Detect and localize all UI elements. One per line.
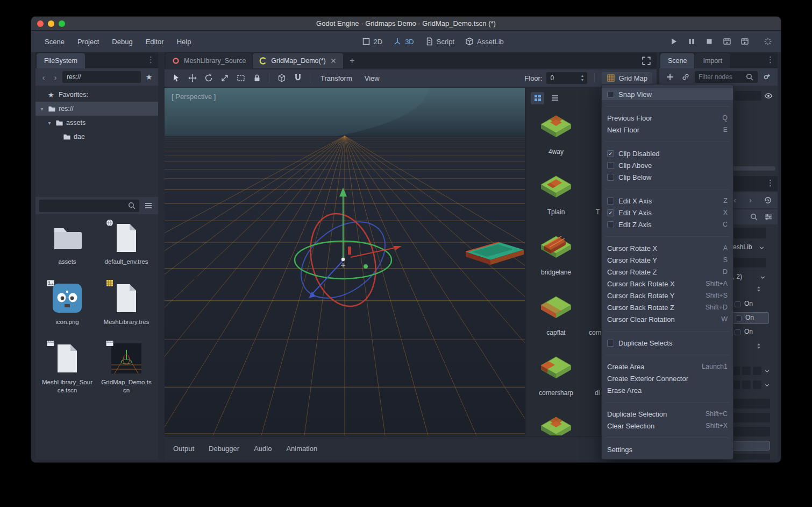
gridmap-menu-snap-view[interactable]: Snap View bbox=[602, 88, 733, 100]
distraction-free-icon[interactable] bbox=[642, 56, 651, 66]
filter-nodes-input[interactable]: Filter nodes bbox=[695, 71, 758, 83]
gridmap-menu-clip-disabled[interactable]: ✓Clip Disabled bbox=[602, 147, 733, 159]
gridmap-menu-next-floor[interactable]: Next FloorE bbox=[602, 124, 733, 136]
file-meshlibrary-source-tscn[interactable]: MeshLibrary_Source.tscn bbox=[38, 341, 97, 395]
gridmap-menu-create-area[interactable]: Create AreaLaunch1 bbox=[602, 361, 733, 372]
perspective-label[interactable]: [ Perspective ] bbox=[172, 93, 216, 101]
spinner-updown-icon[interactable] bbox=[755, 342, 763, 350]
close-window-button[interactable] bbox=[37, 20, 44, 27]
inspector-search-icon[interactable] bbox=[750, 213, 758, 221]
chevron-down-icon[interactable] bbox=[764, 381, 771, 388]
matrix-cell[interactable] bbox=[742, 381, 751, 389]
scene-tab-gridmap-demo[interactable]: GridMap_Demo(*) bbox=[253, 53, 343, 68]
bool-value[interactable]: On bbox=[744, 328, 753, 335]
gridmap-menu-cursor-back-rotate-z[interactable]: Cursor Back Rotate ZShift+D bbox=[602, 301, 733, 313]
thumbnail-view-button[interactable] bbox=[531, 92, 544, 104]
list-view-button[interactable] bbox=[548, 92, 561, 104]
menu-scene[interactable]: Scene bbox=[39, 35, 70, 48]
viewport-menu-view[interactable]: View bbox=[359, 74, 385, 82]
search-files-input[interactable] bbox=[39, 200, 139, 212]
history-icon[interactable] bbox=[764, 196, 772, 205]
tree-item-res[interactable]: ▾res:// bbox=[35, 102, 158, 116]
viewport-menu-transform[interactable]: Transform bbox=[315, 74, 358, 82]
bottom-tab-animation[interactable]: Animation bbox=[286, 445, 317, 453]
gridmap-menu-cursor-rotate-y[interactable]: Cursor Rotate YS bbox=[602, 254, 733, 266]
lock-selected-button[interactable] bbox=[250, 72, 264, 84]
gridmap-menu-erase-area[interactable]: Erase Area bbox=[602, 384, 733, 396]
property-cell[interactable] bbox=[731, 427, 770, 436]
matrix-cell[interactable] bbox=[753, 367, 761, 375]
select-mode-button[interactable] bbox=[169, 72, 183, 84]
menu-debug[interactable]: Debug bbox=[106, 35, 138, 48]
gridmap-menu-clip-above[interactable]: Clip Above bbox=[602, 159, 733, 171]
gridmap-menu-edit-z-axis[interactable]: Edit Z AxisC bbox=[602, 219, 733, 230]
bool-checkbox[interactable] bbox=[735, 301, 740, 307]
update-spinner-button[interactable] bbox=[763, 36, 773, 47]
inspector-tools-icon[interactable] bbox=[764, 213, 773, 221]
menu-help[interactable]: Help bbox=[171, 35, 197, 48]
property-cell[interactable] bbox=[733, 228, 766, 238]
gridmap-menu-settings[interactable]: Settings bbox=[602, 443, 733, 455]
property-cell[interactable] bbox=[731, 399, 770, 409]
move-mode-button[interactable] bbox=[185, 72, 200, 84]
play-custom-scene-button[interactable] bbox=[739, 36, 750, 47]
dock-options-icon[interactable]: ⋮ bbox=[766, 55, 774, 64]
close-tab-icon[interactable] bbox=[330, 57, 337, 65]
history-back-button[interactable]: ‹ bbox=[39, 73, 48, 82]
list-select-mode-button[interactable] bbox=[233, 72, 248, 84]
editor-switch-2d[interactable]: 2D bbox=[362, 37, 383, 46]
local-space-toggle-button[interactable] bbox=[274, 72, 289, 84]
editor-switch-3d[interactable]: 3D bbox=[393, 37, 414, 46]
editor-switch-script[interactable]: Script bbox=[425, 37, 454, 46]
rotate-mode-button[interactable] bbox=[201, 72, 216, 84]
3d-viewport[interactable]: [ Perspective ] bbox=[165, 88, 525, 435]
property-cell[interactable] bbox=[731, 441, 770, 450]
gridmap-menu-duplicate-selection[interactable]: Duplicate SelectionShift+C bbox=[602, 408, 733, 420]
palette-item-cornersharp[interactable]: cornersharp bbox=[526, 349, 586, 410]
tab-filesystem[interactable]: FileSystem bbox=[37, 53, 85, 68]
palette-item-4way[interactable]: 4way bbox=[526, 108, 586, 168]
stop-button[interactable] bbox=[704, 36, 715, 47]
property-cell[interactable] bbox=[733, 258, 766, 267]
matrix-cell[interactable] bbox=[742, 367, 751, 375]
tree-item-assets[interactable]: ▾assets bbox=[35, 116, 158, 130]
bottom-tab-audio[interactable]: Audio bbox=[254, 445, 272, 453]
bool-checkbox[interactable] bbox=[735, 329, 740, 335]
bool-value[interactable]: On bbox=[745, 314, 754, 321]
palette-item-bridgelane[interactable]: bridgelane bbox=[526, 229, 586, 289]
gridmap-menu-cursor-rotate-x[interactable]: Cursor Rotate XA bbox=[602, 242, 733, 254]
scene-tree-root-field[interactable] bbox=[735, 91, 761, 101]
tab-import[interactable]: Import bbox=[695, 53, 729, 68]
gridmap-menu-create-exterior-connector[interactable]: Create Exterior Connector bbox=[602, 372, 733, 384]
current-path-field[interactable]: res:// bbox=[62, 71, 141, 83]
chevron-down-icon[interactable] bbox=[758, 244, 765, 251]
palette-item-tplain[interactable]: Tplain bbox=[526, 168, 586, 229]
bool-checkbox[interactable] bbox=[736, 315, 742, 321]
favorite-toggle-icon[interactable]: ★ bbox=[143, 73, 155, 81]
chevron-down-icon[interactable] bbox=[759, 273, 766, 280]
spinbox-arrows-icon[interactable]: ▲▼ bbox=[581, 74, 585, 82]
file-assets[interactable]: assets bbox=[38, 221, 97, 274]
new-scene-tab-button[interactable]: + bbox=[346, 55, 358, 67]
inspector-forward-button[interactable]: › bbox=[749, 195, 752, 205]
pause-button[interactable] bbox=[686, 36, 697, 47]
expand-arrow-icon[interactable]: ▾ bbox=[39, 106, 45, 112]
file-meshlibrary-tres[interactable]: MeshLibrary.tres bbox=[97, 281, 156, 335]
gridmap-menu-clear-selection[interactable]: Clear SelectionShift+X bbox=[602, 420, 733, 432]
snap-toggle-button[interactable] bbox=[290, 72, 305, 84]
tree-item-favorites[interactable]: ★Favorites: bbox=[35, 88, 158, 102]
minimize-window-button[interactable] bbox=[48, 20, 54, 27]
file-default-env-tres[interactable]: default_env.tres bbox=[97, 221, 156, 274]
gridmap-menu-previous-floor[interactable]: Previous FloorQ bbox=[602, 112, 733, 124]
gridmap-menu-cursor-back-rotate-y[interactable]: Cursor Back Rotate YShift+S bbox=[602, 290, 733, 301]
scene-tab-meshlibrary-source[interactable]: MeshLibrary_Source bbox=[166, 53, 252, 68]
menu-editor[interactable]: Editor bbox=[140, 35, 170, 48]
file-gridmap-demo-tscn[interactable]: GridMap_Demo.tscn bbox=[97, 341, 156, 395]
add-node-button[interactable] bbox=[664, 71, 676, 83]
spinner-updown-icon[interactable] bbox=[755, 285, 763, 293]
bottom-tab-output[interactable]: Output bbox=[173, 445, 194, 453]
bool-value[interactable]: On bbox=[744, 300, 753, 307]
tab-scene[interactable]: Scene bbox=[660, 53, 694, 68]
tree-item-dae[interactable]: dae bbox=[35, 130, 158, 144]
palette-item[interactable] bbox=[526, 410, 586, 435]
